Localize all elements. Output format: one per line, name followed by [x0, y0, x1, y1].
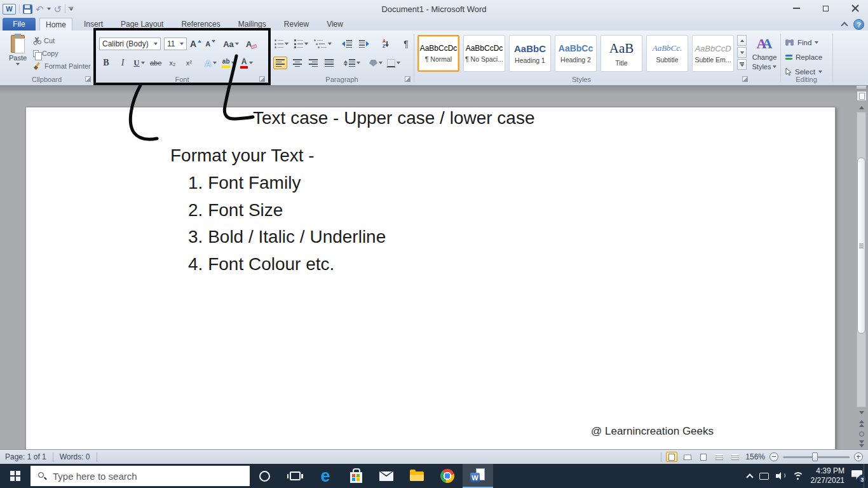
justify-button[interactable]: [323, 56, 335, 70]
font-size-select[interactable]: 11: [164, 37, 187, 50]
zoom-level[interactable]: 156%: [745, 452, 765, 461]
minimize-button[interactable]: [787, 3, 806, 14]
replace-button[interactable]: Replace: [785, 51, 822, 64]
draft-view-button[interactable]: [729, 452, 741, 462]
print-layout-view-button[interactable]: [666, 452, 677, 462]
redo-button[interactable]: ↺: [54, 4, 62, 14]
bold-button[interactable]: B: [100, 56, 112, 70]
gallery-scroll-down-icon[interactable]: [737, 47, 747, 58]
zoom-in-button[interactable]: [854, 452, 863, 461]
paste-button[interactable]: Paste: [5, 35, 31, 74]
word-count[interactable]: Words: 0: [60, 452, 90, 461]
align-right-button[interactable]: [308, 56, 319, 70]
split-handle[interactable]: [857, 86, 866, 89]
taskbar-clock[interactable]: 4:39 PM 2/27/2021: [811, 466, 844, 485]
decrease-indent-button[interactable]: [341, 37, 353, 51]
gallery-scroll-up-icon[interactable]: [737, 35, 747, 46]
tab-references[interactable]: References: [172, 18, 229, 30]
volume-icon[interactable]: [776, 472, 785, 480]
copy-button[interactable]: Copy: [33, 49, 91, 58]
clear-formatting-button[interactable]: A: [246, 37, 257, 51]
align-left-button[interactable]: [273, 57, 287, 69]
help-icon[interactable]: ?: [853, 19, 864, 30]
tab-home[interactable]: Home: [39, 18, 72, 30]
taskbar-file-explorer[interactable]: [402, 464, 432, 488]
align-center-button[interactable]: [292, 56, 303, 70]
close-button[interactable]: [845, 3, 864, 14]
web-layout-view-button[interactable]: [698, 452, 709, 462]
fullscreen-reading-view-button[interactable]: [682, 452, 693, 462]
font-family-select[interactable]: Calibri (Body): [99, 37, 161, 50]
scroll-up-icon[interactable]: [857, 103, 866, 112]
start-button[interactable]: [0, 464, 31, 488]
search-input[interactable]: [53, 471, 224, 482]
taskbar-chrome[interactable]: [432, 464, 463, 488]
taskbar-store[interactable]: [341, 464, 371, 488]
taskbar-cortana[interactable]: [249, 464, 280, 488]
multilevel-list-button[interactable]: [314, 37, 332, 51]
next-page-button[interactable]: [857, 439, 866, 449]
paste-dropdown-icon[interactable]: [16, 63, 20, 65]
outline-view-button[interactable]: [714, 452, 725, 462]
change-styles-button[interactable]: AA Change Styles: [750, 36, 779, 71]
style-heading2[interactable]: AaBbCc Heading 2: [555, 35, 597, 72]
customize-qat-button[interactable]: [69, 7, 73, 11]
document-page[interactable]: Text case - Upper case / lower case Form…: [25, 107, 836, 449]
scroll-down-icon[interactable]: [857, 408, 866, 417]
tab-mailings[interactable]: Mailings: [229, 18, 275, 30]
scrollbar-thumb[interactable]: [857, 158, 865, 334]
subscript-button[interactable]: x₂: [166, 56, 178, 70]
style-no-spacing[interactable]: AaBbCcDc ¶ No Spaci...: [463, 35, 505, 72]
increase-indent-button[interactable]: [358, 37, 370, 51]
tab-file[interactable]: File: [3, 18, 36, 30]
zoom-slider-handle[interactable]: [812, 452, 818, 461]
superscript-button[interactable]: x²: [183, 56, 194, 70]
taskbar-mail[interactable]: [371, 464, 402, 488]
clipboard-dialog-launcher[interactable]: [85, 76, 91, 82]
style-subtitle[interactable]: AaBbCc. Subtitle: [646, 35, 688, 72]
find-button[interactable]: Find: [785, 36, 818, 49]
wifi-icon[interactable]: [792, 472, 804, 480]
styles-dialog-launcher[interactable]: [742, 76, 748, 82]
gallery-more-icon[interactable]: [737, 59, 747, 70]
italic-button[interactable]: I: [117, 56, 128, 70]
cut-button[interactable]: Cut: [33, 36, 91, 45]
tab-view[interactable]: View: [318, 18, 352, 30]
taskbar-task-view[interactable]: [280, 464, 310, 488]
undo-dropdown-icon[interactable]: [47, 8, 51, 10]
select-browse-object-button[interactable]: [857, 430, 866, 438]
font-dialog-launcher[interactable]: [259, 76, 265, 82]
taskbar-edge[interactable]: e: [310, 464, 341, 488]
highlight-color-button[interactable]: ab: [222, 56, 235, 70]
borders-button[interactable]: [387, 56, 400, 70]
zoom-slider-track[interactable]: [783, 456, 850, 458]
sort-button[interactable]: AZ: [379, 37, 391, 51]
grow-font-button[interactable]: A: [190, 37, 201, 51]
show-desktop-button[interactable]: [864, 464, 865, 488]
page-count[interactable]: Page: 1 of 1: [5, 452, 46, 461]
undo-button[interactable]: ↶: [36, 4, 44, 14]
tab-review[interactable]: Review: [275, 18, 318, 30]
style-heading1[interactable]: AaBbC Heading 1: [509, 35, 551, 72]
restore-button[interactable]: [816, 3, 835, 14]
underline-button[interactable]: U: [133, 56, 145, 70]
text-effects-button[interactable]: A: [205, 56, 217, 70]
line-spacing-button[interactable]: [344, 56, 360, 70]
format-painter-button[interactable]: Format Painter: [33, 62, 91, 71]
save-button[interactable]: [23, 4, 32, 14]
font-color-button[interactable]: A: [240, 56, 253, 70]
taskbar-search[interactable]: [31, 466, 250, 486]
style-subtle-emphasis[interactable]: AaBbCcD Subtle Em...: [692, 35, 734, 72]
shading-button[interactable]: [369, 56, 383, 70]
numbering-button[interactable]: [294, 37, 308, 51]
strikethrough-button[interactable]: abe: [150, 56, 161, 70]
bullets-button[interactable]: [275, 37, 288, 51]
show-hidden-icons-icon[interactable]: [746, 473, 753, 480]
taskbar-word-active[interactable]: W: [463, 464, 493, 488]
zoom-out-button[interactable]: [770, 452, 778, 461]
minimize-ribbon-icon[interactable]: [841, 22, 848, 29]
style-title[interactable]: AaB Title: [600, 35, 642, 72]
tab-page-layout[interactable]: Page Layout: [112, 18, 172, 30]
change-case-button[interactable]: Aa: [223, 37, 239, 51]
display-connect-icon[interactable]: [759, 473, 769, 480]
